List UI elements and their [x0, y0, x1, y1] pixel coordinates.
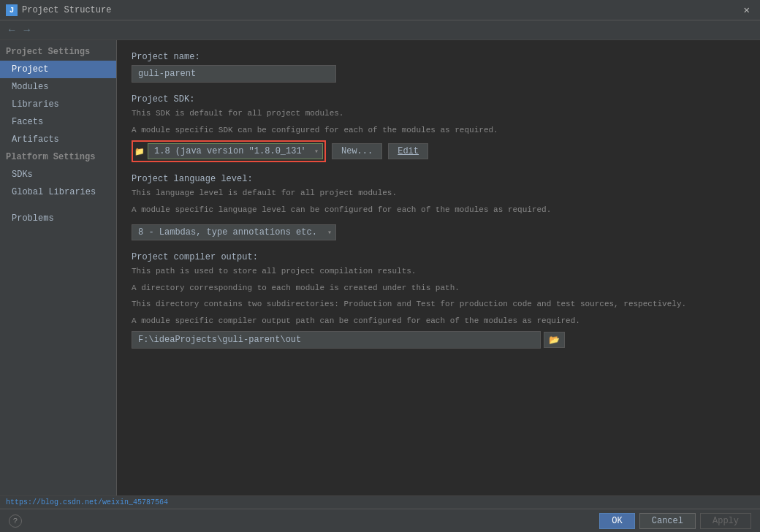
platform-settings-header: Platform Settings — [0, 148, 116, 166]
compiler-output-group: Project compiler output: This path is us… — [132, 252, 745, 349]
status-url: https://blog.csdn.net/weixin_45787564 — [6, 498, 168, 506]
main-layout: Project Settings Project Modules Librari… — [0, 40, 760, 509]
sidebar-item-sdks[interactable]: SDKs — [0, 166, 116, 183]
back-button[interactable]: ← — [6, 23, 18, 37]
project-language-desc2: A module specific language level can be … — [132, 204, 745, 216]
compiler-output-input[interactable] — [132, 331, 541, 349]
forward-button[interactable]: → — [20, 23, 32, 37]
project-settings-header: Project Settings — [0, 43, 116, 61]
compiler-output-desc3: This directory contains two subdirectori… — [132, 298, 745, 311]
compiler-output-desc4: A module specific compiler output path c… — [132, 315, 745, 327]
nav-arrows: ← → — [0, 20, 760, 40]
lang-select-wrapper: 8 - Lambdas, type annotations etc. ▾ — [132, 224, 336, 240]
sdk-edit-button[interactable]: Edit — [388, 143, 428, 159]
project-name-group: Project name: — [132, 52, 745, 83]
project-name-label: Project name: — [132, 52, 745, 62]
status-bar: https://blog.csdn.net/weixin_45787564 — [0, 495, 760, 509]
bottom-left: ? — [9, 514, 22, 528]
title-text: Project Structure — [22, 5, 111, 15]
sidebar-item-facets[interactable]: Facets — [0, 113, 116, 131]
compiler-output-desc1: This path is used to store all project c… — [132, 265, 745, 278]
compiler-output-label: Project compiler output: — [132, 252, 745, 262]
folder-browse-icon: 📂 — [549, 335, 560, 345]
sdk-select-wrapper: 📁 1.8 (java version "1.8.0_131") ▾ — [134, 143, 323, 159]
title-bar-left: J Project Structure — [6, 4, 111, 16]
project-language-label: Project language level: — [132, 174, 745, 184]
sidebar-item-libraries[interactable]: Libraries — [0, 96, 116, 113]
project-sdk-desc1: This SDK is default for all project modu… — [132, 107, 745, 120]
bottom-right: OK Cancel Apply — [599, 513, 751, 529]
compiler-output-browse-button[interactable]: 📂 — [544, 332, 565, 348]
bottom-bar: ? OK Cancel Apply — [0, 509, 760, 532]
help-button[interactable]: ? — [9, 514, 22, 528]
sdk-annotated-box: 📁 1.8 (java version "1.8.0_131") ▾ — [132, 140, 326, 162]
sidebar-item-modules[interactable]: Modules — [0, 78, 116, 96]
sdk-new-button[interactable]: New... — [332, 143, 382, 159]
lang-dropdown[interactable]: 8 - Lambdas, type annotations etc. — [132, 224, 336, 240]
compiler-output-desc2: A directory corresponding to each module… — [132, 282, 745, 294]
sdk-folder-icon: 📁 — [134, 147, 145, 156]
project-language-desc1: This language level is default for all p… — [132, 187, 745, 200]
apply-button[interactable]: Apply — [700, 513, 751, 529]
project-sdk-desc2: A module specific SDK can be configured … — [132, 124, 745, 137]
sdk-row: 📁 1.8 (java version "1.8.0_131") ▾ New..… — [132, 140, 745, 162]
content-area: Project name: Project SDK: This SDK is d… — [117, 40, 760, 509]
sidebar-item-problems[interactable]: Problems — [0, 210, 116, 227]
app-icon: J — [6, 4, 18, 16]
sidebar: Project Settings Project Modules Librari… — [0, 40, 117, 509]
project-language-group: Project language level: This language le… — [132, 174, 745, 240]
close-button[interactable]: ✕ — [740, 2, 754, 18]
sdk-dropdown[interactable]: 1.8 (java version "1.8.0_131") — [148, 143, 323, 159]
ok-button[interactable]: OK — [599, 513, 634, 529]
sidebar-item-project[interactable]: Project — [0, 61, 116, 78]
title-bar: J Project Structure ✕ — [0, 0, 760, 20]
project-name-input[interactable] — [132, 65, 336, 83]
cancel-button[interactable]: Cancel — [639, 513, 696, 529]
project-sdk-label: Project SDK: — [132, 94, 745, 104]
project-sdk-group: Project SDK: This SDK is default for all… — [132, 94, 745, 162]
sidebar-item-artifacts[interactable]: Artifacts — [0, 131, 116, 148]
compiler-output-input-wrapper: 📂 — [132, 331, 745, 349]
sidebar-item-global-libraries[interactable]: Global Libraries — [0, 183, 116, 201]
